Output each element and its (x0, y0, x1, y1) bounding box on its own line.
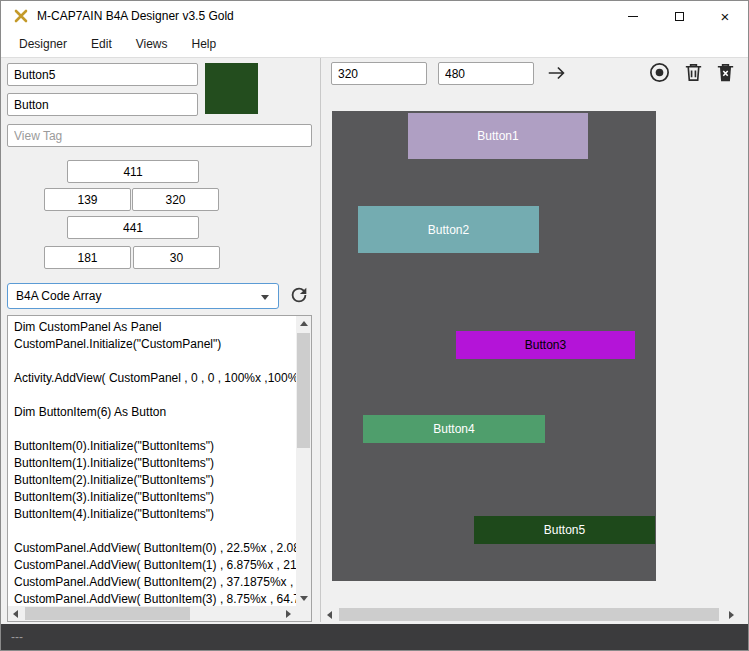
scroll-up-icon (300, 321, 308, 326)
delete-button[interactable] (680, 61, 706, 87)
code-line[interactable]: Dim CustomPanel As Panel (14, 319, 296, 336)
layout-input-2[interactable] (44, 188, 131, 211)
design-canvas[interactable]: Button1Button2Button3Button4Button5 (332, 111, 656, 581)
code-line[interactable] (14, 353, 296, 370)
horizontal-scrollbar-thumb[interactable] (25, 607, 190, 620)
arrow-right-icon (546, 62, 568, 87)
code-line[interactable]: ButtonItem(0).Initialize("ButtonItems") (14, 438, 296, 455)
color-swatch[interactable] (205, 63, 258, 114)
window-controls: × (610, 1, 748, 31)
canvas-button-button5[interactable]: Button5 (474, 516, 655, 544)
code-line[interactable]: CustomPanel.AddView( ButtonItem(1) , 6.8… (14, 557, 296, 574)
code-line[interactable] (14, 421, 296, 438)
code-horizontal-scrollbar[interactable] (8, 606, 296, 621)
code-line[interactable]: ButtonItem(1).Initialize("ButtonItems") (14, 455, 296, 472)
scroll-up-button[interactable] (296, 316, 311, 331)
panel-divider (320, 58, 321, 622)
trash-icon (682, 61, 705, 87)
scroll-right-button[interactable] (724, 607, 739, 622)
canvas-height-input[interactable] (438, 62, 534, 85)
vertical-scrollbar-thumb[interactable] (297, 333, 310, 448)
layout-input-6[interactable] (133, 246, 220, 269)
code-line[interactable]: CustomPanel.AddView( ButtonItem(0) , 22.… (14, 540, 296, 557)
close-button[interactable]: × (702, 1, 748, 31)
minimize-button[interactable] (610, 1, 656, 31)
horizontal-scrollbar-thumb[interactable] (339, 608, 719, 621)
window-title: M-CAP7AIN B4A Designer v3.5 Gold (37, 1, 234, 31)
titlebar: M-CAP7AIN B4A Designer v3.5 Gold × (1, 1, 748, 31)
maximize-button[interactable] (656, 1, 702, 31)
view-name-input[interactable] (7, 63, 198, 86)
code-line[interactable]: CustomPanel.Initialize("CustomPanel") (14, 336, 296, 353)
maximize-icon (675, 12, 684, 21)
code-line[interactable] (14, 387, 296, 404)
view-type-input[interactable] (7, 93, 198, 116)
scroll-left-button[interactable] (8, 606, 23, 621)
menu-item-designer[interactable]: Designer (7, 31, 79, 57)
layout-input-4[interactable] (67, 216, 199, 239)
layout-input-5[interactable] (44, 246, 131, 269)
menu-item-edit[interactable]: Edit (79, 31, 124, 57)
trash-x-icon (714, 61, 737, 87)
code-line[interactable]: CustomPanel.AddView( ButtonItem(3) , 8.7… (14, 591, 296, 606)
code-line[interactable] (14, 523, 296, 540)
menu-item-views[interactable]: Views (124, 31, 180, 57)
codegen-dropdown[interactable]: B4A Code Array (7, 283, 279, 309)
delete-all-button[interactable] (712, 61, 738, 87)
apply-size-button[interactable] (543, 61, 571, 87)
menubar: Designer Edit Views Help (1, 31, 748, 58)
canvas-button-button1[interactable]: Button1 (408, 113, 588, 159)
scroll-down-icon (300, 596, 308, 601)
code-line[interactable]: ButtonItem(2).Initialize("ButtonItems") (14, 472, 296, 489)
code-vertical-scrollbar[interactable] (296, 316, 311, 606)
record-button[interactable] (646, 61, 672, 87)
view-tag-input[interactable] (7, 124, 312, 147)
status-text: --- (11, 624, 23, 650)
canvas-button-button4[interactable]: Button4 (363, 415, 545, 443)
close-icon: × (721, 9, 730, 24)
refresh-icon (288, 284, 310, 309)
refresh-button[interactable] (284, 282, 314, 310)
chevron-down-icon (261, 295, 269, 300)
scroll-left-button[interactable] (322, 607, 337, 622)
layout-input-3[interactable] (132, 188, 219, 211)
canvas-button-button2[interactable]: Button2 (358, 206, 539, 253)
status-bar: --- (1, 624, 748, 650)
record-icon (648, 61, 671, 87)
scroll-right-button[interactable] (281, 606, 296, 621)
canvas-width-input[interactable] (331, 62, 427, 85)
canvas-button-button3[interactable]: Button3 (456, 331, 635, 359)
code-line[interactable]: ButtonItem(3).Initialize("ButtonItems") (14, 489, 296, 506)
code-listbox-content: Dim CustomPanel As PanelCustomPanel.Init… (8, 316, 296, 606)
minimize-icon (628, 16, 638, 17)
code-line[interactable]: Dim ButtonItem(6) As Button (14, 404, 296, 421)
scroll-left-icon (327, 611, 332, 619)
scrollbar-corner (296, 606, 311, 621)
code-line[interactable]: ButtonItem(4).Initialize("ButtonItems") (14, 506, 296, 523)
app-icon (13, 8, 29, 24)
code-listbox[interactable]: Dim CustomPanel As PanelCustomPanel.Init… (7, 315, 312, 622)
canvas-horizontal-scrollbar[interactable] (322, 607, 739, 622)
menu-item-help[interactable]: Help (180, 31, 229, 57)
scroll-right-icon (286, 610, 291, 618)
window-root: M-CAP7AIN B4A Designer v3.5 Gold × Desig… (0, 0, 749, 651)
scroll-left-icon (13, 610, 18, 618)
scroll-right-icon (729, 611, 734, 619)
scroll-down-button[interactable] (296, 591, 311, 606)
layout-input-1[interactable] (67, 160, 199, 183)
code-line[interactable]: Activity.AddView( CustomPanel , 0 , 0 , … (14, 370, 296, 387)
code-line[interactable]: CustomPanel.AddView( ButtonItem(2) , 37.… (14, 574, 296, 591)
codegen-dropdown-value: B4A Code Array (16, 289, 101, 303)
